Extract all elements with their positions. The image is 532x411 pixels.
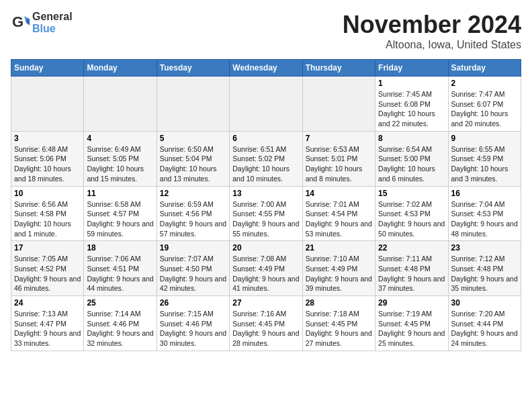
day-info: Sunrise: 7:47 AMSunset: 6:07 PMDaylight:… — [451, 89, 518, 129]
calendar-cell — [157, 77, 229, 132]
calendar-week-row: 10Sunrise: 6:56 AMSunset: 4:58 PMDayligh… — [11, 186, 521, 241]
weekday-header: Monday — [84, 60, 157, 77]
calendar-cell: 14Sunrise: 7:01 AMSunset: 4:54 PMDayligh… — [302, 186, 375, 241]
day-number: 1 — [378, 79, 445, 88]
calendar-cell — [11, 77, 84, 132]
weekday-header: Saturday — [448, 60, 521, 77]
day-info: Sunrise: 7:19 AMSunset: 4:45 PMDaylight:… — [378, 309, 445, 349]
day-number: 12 — [160, 189, 226, 198]
day-number: 2 — [451, 79, 518, 88]
day-info: Sunrise: 6:50 AMSunset: 5:04 PMDaylight:… — [160, 144, 226, 184]
weekday-header: Wednesday — [230, 60, 302, 77]
day-info: Sunrise: 7:15 AMSunset: 4:46 PMDaylight:… — [160, 309, 226, 349]
calendar-cell: 3Sunrise: 6:48 AMSunset: 5:06 PMDaylight… — [11, 131, 84, 186]
calendar-cell: 27Sunrise: 7:16 AMSunset: 4:45 PMDayligh… — [230, 296, 302, 351]
day-info: Sunrise: 6:56 AMSunset: 4:58 PMDaylight:… — [14, 199, 81, 239]
day-info: Sunrise: 7:07 AMSunset: 4:50 PMDaylight:… — [160, 254, 226, 293]
calendar-cell: 13Sunrise: 7:00 AMSunset: 4:55 PMDayligh… — [230, 186, 302, 241]
calendar-cell: 25Sunrise: 7:14 AMSunset: 4:46 PMDayligh… — [84, 296, 157, 351]
calendar-table: SundayMondayTuesdayWednesdayThursdayFrid… — [11, 59, 521, 351]
calendar-cell: 18Sunrise: 7:06 AMSunset: 4:51 PMDayligh… — [84, 241, 157, 296]
calendar-cell: 16Sunrise: 7:04 AMSunset: 4:53 PMDayligh… — [448, 186, 521, 241]
logo-icon: G — [11, 13, 30, 32]
day-number: 21 — [306, 243, 372, 253]
day-info: Sunrise: 7:00 AMSunset: 4:55 PMDaylight:… — [232, 199, 299, 239]
day-info: Sunrise: 7:20 AMSunset: 4:44 PMDaylight:… — [451, 309, 518, 349]
calendar-cell: 8Sunrise: 6:54 AMSunset: 5:00 PMDaylight… — [375, 131, 448, 186]
day-info: Sunrise: 6:53 AMSunset: 5:01 PMDaylight:… — [306, 144, 372, 184]
page-header: G General Blue November 2024 Altoona, Io… — [11, 11, 521, 51]
day-number: 23 — [451, 243, 518, 253]
day-number: 24 — [14, 298, 81, 308]
calendar-cell: 10Sunrise: 6:56 AMSunset: 4:58 PMDayligh… — [11, 186, 84, 241]
calendar-cell: 9Sunrise: 6:55 AMSunset: 4:59 PMDaylight… — [448, 131, 521, 186]
day-info: Sunrise: 7:04 AMSunset: 4:53 PMDaylight:… — [451, 199, 518, 239]
calendar-cell: 2Sunrise: 7:47 AMSunset: 6:07 PMDaylight… — [448, 77, 521, 132]
calendar-cell: 11Sunrise: 6:58 AMSunset: 4:57 PMDayligh… — [84, 186, 157, 241]
calendar-cell: 1Sunrise: 7:45 AMSunset: 6:08 PMDaylight… — [375, 77, 448, 132]
day-info: Sunrise: 7:45 AMSunset: 6:08 PMDaylight:… — [378, 89, 445, 129]
day-number: 25 — [87, 298, 153, 308]
calendar-cell — [230, 77, 302, 132]
day-number: 9 — [451, 134, 518, 143]
day-number: 26 — [160, 298, 226, 308]
day-number: 16 — [451, 189, 518, 198]
calendar-cell: 12Sunrise: 6:59 AMSunset: 4:56 PMDayligh… — [157, 186, 229, 241]
day-info: Sunrise: 6:59 AMSunset: 4:56 PMDaylight:… — [160, 199, 226, 239]
day-info: Sunrise: 6:51 AMSunset: 5:02 PMDaylight:… — [232, 144, 299, 184]
day-info: Sunrise: 6:55 AMSunset: 4:59 PMDaylight:… — [451, 144, 518, 184]
calendar-cell — [84, 77, 157, 132]
calendar-cell: 17Sunrise: 7:05 AMSunset: 4:52 PMDayligh… — [11, 241, 84, 296]
day-info: Sunrise: 7:10 AMSunset: 4:49 PMDaylight:… — [306, 254, 372, 293]
day-number: 13 — [232, 189, 299, 198]
day-info: Sunrise: 6:49 AMSunset: 5:05 PMDaylight:… — [87, 144, 153, 184]
day-info: Sunrise: 7:08 AMSunset: 4:49 PMDaylight:… — [232, 254, 299, 293]
day-number: 20 — [232, 243, 299, 253]
day-info: Sunrise: 7:18 AMSunset: 4:45 PMDaylight:… — [306, 309, 372, 349]
day-number: 5 — [160, 134, 226, 143]
day-info: Sunrise: 7:11 AMSunset: 4:48 PMDaylight:… — [378, 254, 445, 293]
day-number: 6 — [232, 134, 299, 143]
calendar-cell: 20Sunrise: 7:08 AMSunset: 4:49 PMDayligh… — [230, 241, 302, 296]
calendar-cell — [302, 77, 375, 132]
day-number: 29 — [378, 298, 445, 308]
calendar-cell: 5Sunrise: 6:50 AMSunset: 5:04 PMDaylight… — [157, 131, 229, 186]
calendar-cell: 28Sunrise: 7:18 AMSunset: 4:45 PMDayligh… — [302, 296, 375, 351]
day-number: 4 — [87, 134, 153, 143]
calendar-week-row: 3Sunrise: 6:48 AMSunset: 5:06 PMDaylight… — [11, 131, 521, 186]
day-info: Sunrise: 6:54 AMSunset: 5:00 PMDaylight:… — [378, 144, 445, 184]
calendar-cell: 6Sunrise: 6:51 AMSunset: 5:02 PMDaylight… — [230, 131, 302, 186]
calendar-cell: 4Sunrise: 6:49 AMSunset: 5:05 PMDaylight… — [84, 131, 157, 186]
calendar-cell: 30Sunrise: 7:20 AMSunset: 4:44 PMDayligh… — [448, 296, 521, 351]
weekday-header: Sunday — [11, 60, 84, 77]
day-number: 3 — [14, 134, 81, 143]
month-title: November 2024 — [343, 11, 521, 39]
calendar-cell: 15Sunrise: 7:02 AMSunset: 4:53 PMDayligh… — [375, 186, 448, 241]
day-number: 18 — [87, 243, 153, 253]
day-number: 19 — [160, 243, 226, 253]
calendar-week-row: 1Sunrise: 7:45 AMSunset: 6:08 PMDaylight… — [11, 77, 521, 132]
title-block: November 2024 Altoona, Iowa, United Stat… — [343, 11, 521, 51]
calendar-week-row: 17Sunrise: 7:05 AMSunset: 4:52 PMDayligh… — [11, 241, 521, 296]
calendar-header: SundayMondayTuesdayWednesdayThursdayFrid… — [11, 60, 521, 77]
weekday-header: Tuesday — [157, 60, 229, 77]
day-info: Sunrise: 7:13 AMSunset: 4:47 PMDaylight:… — [14, 309, 81, 349]
day-number: 30 — [451, 298, 518, 308]
weekday-header: Friday — [375, 60, 448, 77]
day-number: 27 — [232, 298, 299, 308]
day-info: Sunrise: 6:58 AMSunset: 4:57 PMDaylight:… — [87, 199, 153, 239]
day-info: Sunrise: 7:02 AMSunset: 4:53 PMDaylight:… — [378, 199, 445, 239]
day-number: 22 — [378, 243, 445, 253]
location-title: Altoona, Iowa, United States — [343, 39, 521, 51]
calendar-cell: 29Sunrise: 7:19 AMSunset: 4:45 PMDayligh… — [375, 296, 448, 351]
day-info: Sunrise: 7:06 AMSunset: 4:51 PMDaylight:… — [87, 254, 153, 293]
day-info: Sunrise: 7:12 AMSunset: 4:48 PMDaylight:… — [451, 254, 518, 293]
day-info: Sunrise: 7:14 AMSunset: 4:46 PMDaylight:… — [87, 309, 153, 349]
logo-blue: Blue — [32, 23, 56, 34]
day-info: Sunrise: 7:16 AMSunset: 4:45 PMDaylight:… — [232, 309, 299, 349]
day-number: 14 — [306, 189, 372, 198]
calendar-cell: 21Sunrise: 7:10 AMSunset: 4:49 PMDayligh… — [302, 241, 375, 296]
calendar-cell: 19Sunrise: 7:07 AMSunset: 4:50 PMDayligh… — [157, 241, 229, 296]
day-number: 17 — [14, 243, 81, 253]
logo: G General Blue — [11, 11, 73, 35]
